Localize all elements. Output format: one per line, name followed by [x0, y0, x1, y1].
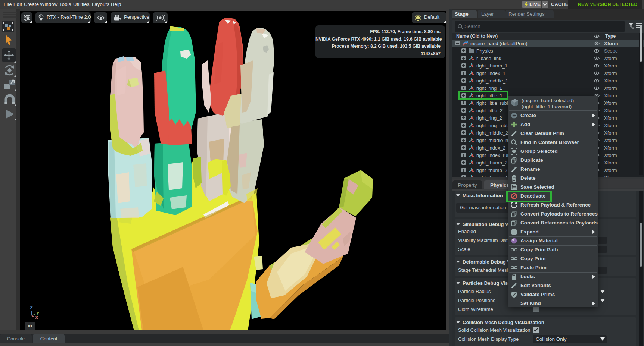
svg-text:Z: Z: [30, 306, 33, 311]
svg-text:X: X: [35, 315, 38, 319]
